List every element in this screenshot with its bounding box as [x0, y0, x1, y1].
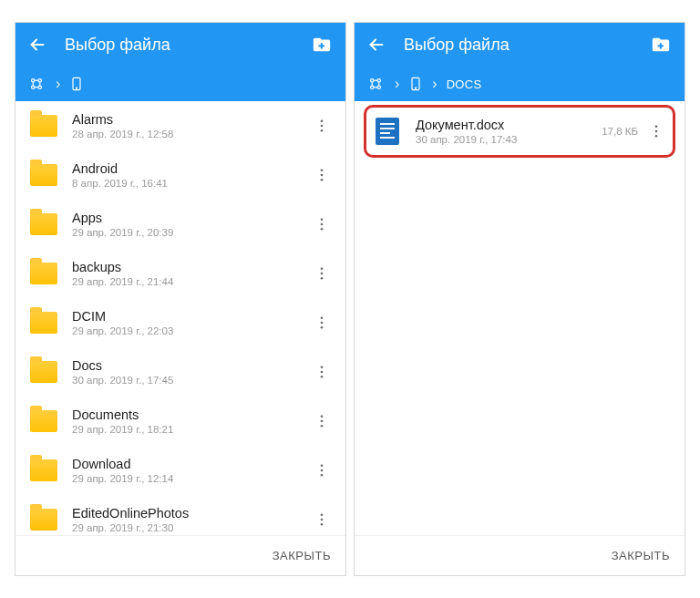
svg-point-54 — [655, 130, 658, 133]
footer: ЗАКРЫТЬ — [15, 535, 345, 575]
page-title: Выбор файла — [65, 36, 309, 55]
folder-icon — [30, 263, 57, 284]
row-meta: Documents29 апр. 2019 г., 18:21 — [72, 407, 311, 437]
row-thumb — [28, 358, 59, 386]
row-thumb — [28, 309, 59, 336]
more-button[interactable] — [311, 361, 333, 383]
crumb-folder[interactable]: DOCS — [447, 77, 482, 91]
svg-point-22 — [321, 267, 324, 270]
more-button[interactable] — [645, 120, 667, 142]
row-meta: Apps29 апр. 2019 г., 20:39 — [72, 210, 311, 240]
more-button[interactable] — [311, 263, 333, 284]
row-thumb — [372, 118, 403, 145]
folder-row[interactable]: Apps29 апр. 2019 г., 20:39 — [25, 200, 336, 249]
network-icon — [365, 76, 386, 92]
svg-point-18 — [321, 179, 324, 181]
folder-plus-icon — [311, 35, 333, 55]
item-date: 30 апр. 2019 г., 17:43 — [416, 133, 602, 146]
svg-point-14 — [321, 125, 324, 128]
more-vertical-icon — [314, 364, 330, 380]
crumb-network[interactable] — [26, 76, 46, 92]
svg-point-16 — [321, 169, 324, 171]
svg-point-38 — [321, 519, 324, 521]
folder-row[interactable]: DCIM29 апр. 2019 г., 22:03 — [25, 298, 336, 347]
folder-icon — [30, 509, 57, 531]
folder-row[interactable]: Download29 апр. 2019 г., 12:14 — [25, 446, 336, 495]
chevron-right-icon: › — [395, 76, 399, 92]
item-date: 29 апр. 2019 г., 21:44 — [72, 275, 311, 288]
svg-point-4 — [38, 79, 41, 82]
item-name: Android — [72, 160, 311, 177]
svg-point-28 — [321, 366, 324, 368]
svg-point-15 — [321, 129, 324, 132]
more-vertical-icon — [314, 265, 330, 282]
svg-point-45 — [371, 86, 374, 88]
more-button[interactable] — [311, 459, 333, 481]
crumb-network[interactable] — [365, 76, 386, 92]
more-button[interactable] — [311, 509, 333, 531]
item-date: 29 апр. 2019 г., 18:21 — [72, 423, 311, 436]
more-button[interactable] — [311, 312, 333, 334]
close-button[interactable]: ЗАКРЫТЬ — [612, 549, 670, 562]
new-folder-button[interactable] — [648, 32, 674, 57]
folder-row[interactable]: EditedOnlinePhotos29 апр. 2019 г., 21:30 — [25, 495, 336, 535]
close-button[interactable]: ЗАКРЫТЬ — [273, 549, 331, 562]
item-name: Apps — [72, 210, 311, 226]
svg-point-6 — [38, 86, 41, 88]
svg-point-46 — [377, 86, 380, 88]
folder-row[interactable]: Alarms28 апр. 2019 г., 12:58 — [25, 101, 336, 150]
folder-plus-icon — [650, 35, 672, 55]
more-vertical-icon — [314, 511, 330, 528]
folder-row[interactable]: Android8 апр. 2019 г., 16:41 — [25, 150, 336, 200]
item-date: 28 апр. 2019 г., 12:58 — [72, 128, 311, 140]
svg-point-25 — [321, 316, 324, 319]
folder-row[interactable]: Docs30 апр. 2019 г., 17:45 — [25, 347, 336, 397]
row-thumb — [28, 407, 59, 435]
svg-point-32 — [321, 420, 324, 423]
more-button[interactable] — [311, 164, 333, 186]
titlebar: Выбор файла — [15, 23, 345, 67]
svg-point-53 — [655, 125, 658, 128]
svg-point-34 — [321, 464, 324, 467]
row-meta: EditedOnlinePhotos29 апр. 2019 г., 21:30 — [72, 505, 311, 535]
svg-point-13 — [321, 119, 324, 122]
folder-icon — [30, 115, 57, 137]
svg-point-26 — [321, 322, 324, 325]
more-button[interactable] — [311, 410, 333, 432]
more-button[interactable] — [311, 213, 333, 235]
svg-point-31 — [321, 415, 324, 418]
file-picker-left: Выбор файла › Alarms28 апр. 2019 г., 12:… — [15, 22, 346, 576]
breadcrumb: › › DOCS — [355, 67, 685, 101]
svg-point-21 — [321, 228, 324, 231]
folder-row[interactable]: Documents29 апр. 2019 г., 18:21 — [25, 397, 336, 446]
back-button[interactable] — [365, 34, 387, 56]
folder-row[interactable]: backups29 апр. 2019 г., 21:44 — [25, 249, 336, 298]
svg-rect-2 — [319, 45, 324, 46]
folder-icon — [30, 164, 57, 186]
row-thumb — [28, 457, 59, 484]
more-vertical-icon — [314, 216, 330, 232]
crumb-device[interactable] — [408, 74, 423, 94]
back-button[interactable] — [26, 34, 48, 56]
item-name: EditedOnlinePhotos — [72, 505, 311, 521]
svg-point-55 — [655, 135, 658, 138]
chevron-right-icon: › — [56, 76, 60, 92]
chevron-right-icon: › — [432, 76, 437, 92]
folder-icon — [30, 312, 57, 334]
crumb-device[interactable] — [69, 74, 84, 94]
file-row[interactable]: Документ.docx30 апр. 2019 г., 17:4317,8 … — [364, 105, 675, 158]
svg-point-29 — [321, 371, 324, 374]
svg-point-33 — [321, 425, 324, 428]
more-button[interactable] — [311, 115, 333, 137]
more-vertical-icon — [314, 167, 330, 183]
svg-point-39 — [321, 523, 324, 526]
svg-point-30 — [321, 376, 324, 378]
row-meta: backups29 апр. 2019 г., 21:44 — [72, 259, 311, 289]
item-name: Документ.docx — [416, 117, 602, 133]
svg-point-44 — [377, 79, 380, 82]
item-date: 8 апр. 2019 г., 16:41 — [72, 177, 311, 190]
row-thumb — [28, 506, 59, 533]
svg-point-5 — [32, 86, 35, 88]
new-folder-button[interactable] — [309, 32, 335, 57]
phone-icon — [408, 74, 423, 94]
